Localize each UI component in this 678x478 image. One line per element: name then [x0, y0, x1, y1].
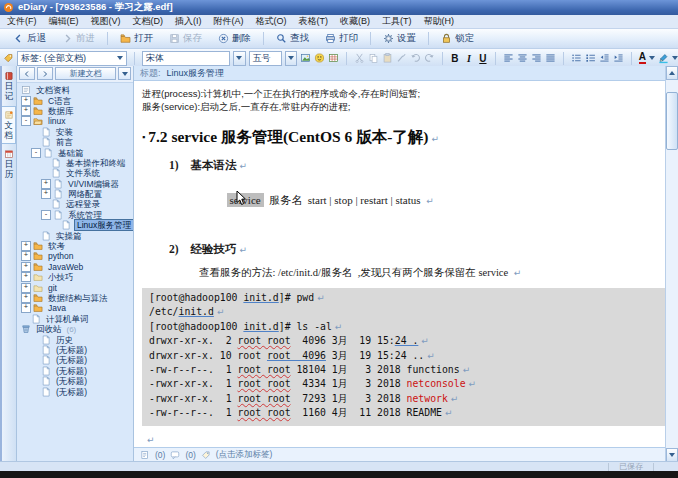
font-color-dropdown-icon[interactable]	[649, 56, 655, 60]
save-button[interactable]: 保存	[161, 31, 210, 46]
rail-tab-文档[interactable]: 文档	[2, 106, 16, 144]
underline-button[interactable]: U	[477, 53, 488, 64]
tree-expander[interactable]: -	[41, 210, 51, 220]
format-painter-icon[interactable]	[396, 52, 407, 64]
tree-item[interactable]: (无标题)	[19, 366, 133, 376]
tree-item[interactable]: +数据结构与算法	[19, 293, 133, 303]
comment-count[interactable]: (0)	[185, 450, 195, 460]
menu-item[interactable]: 表格(T)	[299, 15, 329, 28]
attachment-icon[interactable]	[140, 450, 150, 460]
paste-icon[interactable]	[382, 52, 393, 64]
tree-item[interactable]: +git	[19, 282, 133, 292]
align-justify-button[interactable]	[545, 52, 556, 64]
new-document-dropdown-button[interactable]	[118, 67, 131, 80]
menu-item[interactable]: 视图(V)	[91, 15, 121, 28]
italic-button[interactable]: I	[463, 53, 474, 64]
open-button[interactable]: 打开	[112, 31, 161, 46]
tree-item[interactable]: +小技巧	[19, 272, 133, 282]
tree-item[interactable]: +python	[19, 251, 133, 261]
menu-item[interactable]: 插入(I)	[175, 15, 202, 28]
font-size-combo[interactable]: 五号	[249, 51, 283, 66]
tree-item[interactable]: 基本操作和终端	[19, 158, 133, 168]
comment-icon[interactable]	[170, 450, 180, 460]
tree-expander[interactable]: -	[31, 148, 41, 158]
font-color-button[interactable]: A	[639, 52, 646, 64]
tree-item[interactable]: -linux	[19, 116, 133, 126]
add-tag-link[interactable]: (点击添加标签)	[216, 449, 273, 461]
tree-item[interactable]: 实操篇	[19, 230, 133, 240]
tree-item[interactable]: +VI/VIM编辑器	[19, 179, 133, 189]
rail-tab-日记[interactable]: 日记	[3, 68, 16, 104]
bold-button[interactable]: B	[450, 53, 461, 64]
new-document-button[interactable]: 新建文档	[55, 67, 116, 80]
sidebar-forward-button[interactable]	[37, 67, 53, 80]
font-name-dropdown-button[interactable]	[233, 51, 245, 66]
redo-icon[interactable]	[424, 52, 435, 64]
tree-item[interactable]: (无标题)	[19, 355, 133, 365]
scrollbar-thumb[interactable]	[666, 92, 678, 150]
tree-item[interactable]: 文件系统	[19, 168, 133, 178]
tree-expander[interactable]: -	[21, 116, 31, 126]
tree-item[interactable]: +软考	[19, 241, 133, 251]
tree-expander[interactable]: +	[21, 272, 31, 282]
font-size-dropdown-button[interactable]	[285, 51, 297, 66]
highlight-color-button[interactable]	[658, 52, 669, 64]
tree-item[interactable]: (无标题)	[19, 386, 133, 396]
tree-item[interactable]: +Java	[19, 303, 133, 313]
align-left-button[interactable]	[503, 52, 514, 64]
font-name-combo[interactable]: 宋体	[142, 51, 230, 66]
tree-item[interactable]: 前言	[19, 137, 133, 147]
find-button[interactable]: 查找	[268, 31, 317, 46]
print-button[interactable]: 打印	[317, 31, 366, 46]
undo-icon[interactable]	[410, 52, 421, 64]
align-right-button[interactable]	[531, 52, 542, 64]
forward-button[interactable]: 前进	[54, 31, 103, 46]
tree-item[interactable]: +C语言	[19, 95, 133, 105]
menu-item[interactable]: 文件(F)	[7, 15, 37, 28]
increase-indent-button[interactable]	[613, 52, 624, 64]
cut-icon[interactable]	[354, 52, 365, 64]
copy-icon[interactable]	[368, 52, 379, 64]
tag-filter-combo[interactable]: 标签: (全部文档)	[17, 51, 127, 66]
delete-button[interactable]: 删除	[210, 31, 259, 46]
tree-expander[interactable]: +	[41, 189, 51, 199]
insert-table-icon[interactable]	[328, 52, 339, 64]
insert-emoticon-icon[interactable]	[314, 52, 325, 64]
settings-button[interactable]: 设置	[375, 31, 424, 46]
tree-expander[interactable]: +	[21, 303, 31, 313]
tree-item[interactable]: 安装	[19, 127, 133, 137]
align-center-button[interactable]	[517, 52, 528, 64]
scroll-up-button[interactable]	[666, 66, 678, 80]
attachment-count[interactable]: (0)	[155, 450, 165, 460]
tree-item[interactable]: 回收站(6)	[19, 324, 133, 334]
document-content[interactable]: 进程(process):计算机中,一个正在执行的程序或命令,存在时间短暂;服务(…	[134, 81, 665, 447]
vertical-scrollbar[interactable]	[665, 66, 678, 462]
tag-icon[interactable]	[201, 450, 211, 460]
scrollbar-track[interactable]	[666, 80, 678, 448]
tree-item[interactable]: 远程登录	[19, 199, 133, 209]
menu-item[interactable]: 格式(O)	[256, 15, 287, 28]
menu-item[interactable]: 收藏(B)	[340, 15, 370, 28]
lock-button[interactable]: 锁定	[433, 31, 482, 46]
tree-item[interactable]: 计算机单词	[19, 314, 133, 324]
tree-item[interactable]: (无标题)	[19, 376, 133, 386]
tree-item[interactable]: +网络配置	[19, 189, 133, 199]
decrease-indent-button[interactable]	[599, 52, 610, 64]
tree-expander[interactable]: +	[21, 251, 31, 261]
tree-item[interactable]: +JavaWeb	[19, 262, 133, 272]
tree-item[interactable]: (无标题)	[19, 345, 133, 355]
tree-item[interactable]: 文档资料	[19, 85, 133, 95]
menu-item[interactable]: 工具(T)	[382, 15, 412, 28]
menu-item[interactable]: 帮助(H)	[424, 15, 455, 28]
bullet-list-button[interactable]	[571, 52, 582, 64]
back-button[interactable]: 后退	[5, 31, 54, 46]
rail-tab-日历[interactable]: 日历	[3, 146, 16, 182]
sidebar-back-button[interactable]	[19, 67, 35, 80]
menu-item[interactable]: 文档(D)	[133, 15, 164, 28]
scroll-down-button[interactable]	[666, 448, 678, 462]
numbered-list-button[interactable]	[585, 52, 596, 64]
insert-image-icon[interactable]	[300, 52, 311, 64]
highlight-dropdown-icon[interactable]	[672, 56, 678, 60]
tree-item[interactable]: -基础篇	[19, 147, 133, 157]
tree-item[interactable]: 历史	[19, 334, 133, 344]
